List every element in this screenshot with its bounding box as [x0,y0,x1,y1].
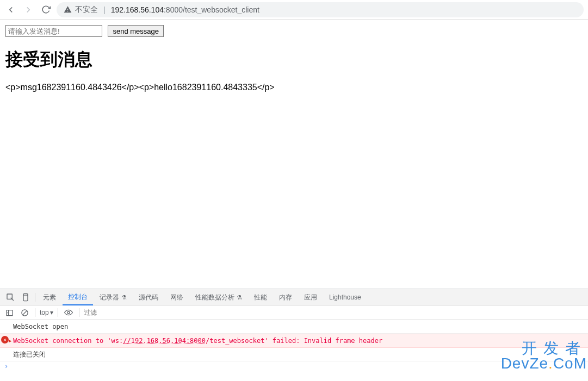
svg-point-7 [67,311,70,314]
devtools-tabs: 元素 控制台 记录器⚗ 源代码 网络 性能数据分析⚗ 性能 内存 应用 Ligh… [0,289,588,305]
console-toolbar: top ▾ [0,305,588,320]
sidebar-toggle-icon[interactable] [3,307,15,318]
console-log-line: WebSocket open [0,320,588,334]
watermark-line2: DevZe.CoM [501,356,587,371]
svg-rect-1 [23,293,28,301]
filter-input[interactable] [84,309,138,316]
reload-button[interactable] [39,3,52,16]
subbar-separator [79,308,79,317]
devtools-panel: 元素 控制台 记录器⚗ 源代码 网络 性能数据分析⚗ 性能 内存 应用 Ligh… [0,289,588,381]
tab-application[interactable]: 应用 [299,289,323,305]
back-button[interactable] [4,3,17,16]
tab-sources[interactable]: 源代码 [133,289,164,305]
tab-recorder[interactable]: 记录器⚗ [94,289,132,305]
tab-performance-insights[interactable]: 性能数据分析⚗ [190,289,247,305]
subbar-separator [35,308,35,317]
url-text: 192.168.56.104:8000/test_websocket_clien… [111,5,259,14]
forward-button[interactable] [22,3,35,16]
console-error-line: ✕ ▶ WebSocket connection to 'ws://192.16… [0,334,588,348]
tab-memory[interactable]: 内存 [274,289,298,305]
tab-network[interactable]: 网络 [165,289,189,305]
inspect-icon[interactable] [3,290,17,304]
prompt-chevron-icon: › [4,363,8,370]
page-content: send message 接受到消息 <p>msg1682391160.4843… [0,20,588,98]
tab-lighthouse[interactable]: Lighthouse [324,289,367,305]
flask-icon: ⚗ [237,289,242,305]
address-bar[interactable]: 不安全 | 192.168.56.104:8000/test_websocket… [57,2,584,17]
send-button[interactable]: send message [108,25,164,37]
warning-icon [63,5,72,14]
tab-console[interactable]: 控制台 [63,289,93,305]
received-messages: <p>msg1682391160.4843426</p><p>hello1682… [5,83,583,92]
watermark-line1: 开发者 [501,341,587,356]
divider: | [103,5,106,14]
svg-line-6 [22,310,27,315]
device-toggle-icon[interactable] [18,290,33,304]
tab-performance[interactable]: 性能 [249,289,273,305]
clear-console-icon[interactable] [18,307,30,318]
tab-elements[interactable]: 元素 [38,289,61,305]
console-log-line: 连接已关闭 [0,348,588,361]
insecure-label: 不安全 [75,5,98,15]
watermark: 开发者 DevZe.CoM [501,341,588,371]
tabs-separator [35,293,35,302]
received-heading: 接受到消息 [5,48,583,72]
live-expression-icon[interactable] [63,307,75,318]
chevron-down-icon: ▾ [50,309,53,316]
expand-arrow-icon[interactable]: ▶ [9,336,11,346]
console-prompt[interactable]: › [0,361,588,371]
context-dropdown[interactable]: top ▾ [40,309,53,316]
subbar-separator [58,308,58,317]
console-output: WebSocket open ✕ ▶ WebSocket connection … [0,320,588,371]
browser-toolbar: 不安全 | 192.168.56.104:8000/test_websocket… [0,0,588,20]
flask-icon: ⚗ [121,289,127,305]
message-input[interactable] [5,25,102,37]
error-icon: ✕ [1,336,9,343]
